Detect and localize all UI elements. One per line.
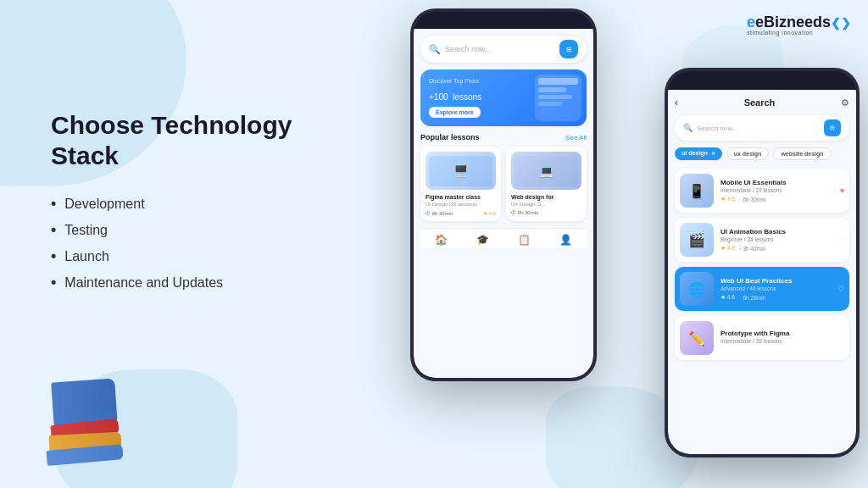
- course-list: 📱 Mobile UI Essentials Intermediate / 28…: [675, 169, 849, 360]
- course-duration-2: · 3h 42min: [740, 246, 765, 252]
- tag-website-design: website design: [773, 147, 831, 160]
- course-subtitle-3: Advanced / 46 lessons: [721, 286, 831, 291]
- phone2-notch: [724, 71, 800, 90]
- course-item-1: 📱 Mobile UI Essentials Intermediate / 28…: [675, 169, 849, 213]
- page-title: Choose Technology Stack: [51, 110, 322, 171]
- filter-button: ⊞: [559, 40, 578, 58]
- course-rating-3: ★ 4.6: [721, 294, 735, 301]
- favorite-icon-3: ♡: [837, 285, 844, 293]
- phone2-search-bar: 🔍 Search now... ⊞: [675, 115, 849, 141]
- course-item-3: 🌐 Web UI Best Practices Advanced / 46 le…: [675, 267, 849, 311]
- phone1-search-bar: 🔍 Search now... ⊞: [420, 36, 587, 63]
- card-rating-1: ★ 4.9: [483, 210, 496, 216]
- course-thumb-1: 📱: [680, 174, 714, 208]
- course-card-2: 💻 Web design for UX Design (2... ⏱ 6h 30…: [506, 147, 587, 221]
- course-subtitle-4: Intermediate / 39 lessons: [721, 338, 844, 344]
- left-content: Choose Technology Stack Development Test…: [51, 110, 322, 300]
- nav-home-icon: 🏠: [435, 234, 448, 246]
- course-title-1: Mobile UI Essentials: [721, 179, 833, 186]
- search-icon: 🔍: [429, 44, 441, 55]
- phone2-search-placeholder: Search now...: [697, 125, 824, 132]
- course-cards: 🖥️ Figma master class UI Design (26 less…: [420, 147, 587, 221]
- section-title: Popular lessons: [420, 133, 480, 141]
- hero-count-label: lessons: [453, 92, 481, 102]
- card-title-2: Web design for: [511, 194, 581, 200]
- popular-lessons-header: Popular lessons See All: [420, 133, 587, 141]
- card-sub-1: UI Design (26 lessons): [426, 202, 496, 207]
- course-item-4: ✏️ Prototype with Figma Intermediate / 3…: [675, 316, 849, 360]
- course-title-3: Web UI Best Practices: [721, 277, 831, 285]
- course-info-1: Mobile UI Essentials Intermediate / 28 l…: [721, 179, 833, 202]
- list-item-development: Development: [51, 195, 322, 213]
- favorite-icon-1: ♥: [840, 186, 844, 195]
- list-item-label: Development: [64, 197, 144, 212]
- phone-mockup-2: ‹ Search ⚙ 🔍 Search now... ⊞ ui design ✕…: [665, 68, 860, 458]
- list-item-label: Maintenance and Updates: [64, 275, 223, 291]
- course-title-4: Prototype with Figma: [721, 330, 844, 337]
- course-item-2: 🎬 UI Animation Basics Beginner / 24 less…: [675, 218, 849, 262]
- search-icon: 🔍: [683, 124, 693, 132]
- list-item-maintenance: Maintenance and Updates: [51, 274, 322, 291]
- phone1-hero-banner: Discover Top Picks +100 lessons Explore …: [420, 69, 587, 126]
- course-title-2: UI Animation Basics: [721, 228, 831, 236]
- course-thumb-4: ✏️: [680, 321, 714, 355]
- list-item-testing: Testing: [51, 221, 322, 239]
- nav-courses-icon: 🎓: [476, 234, 489, 246]
- course-duration-3: · 6h 28min: [740, 295, 765, 301]
- phone1-search-placeholder: Search now...: [445, 45, 559, 53]
- phone1-screen: 🔍 Search now... ⊞ Discover Top Picks +10…: [414, 29, 593, 378]
- search-tags: ui design ✕ ux design website design: [675, 147, 849, 160]
- tag-ui-design: ui design ✕: [675, 147, 722, 160]
- course-info-3: Web UI Best Practices Advanced / 46 less…: [721, 277, 831, 301]
- card-sub-2: UX Design (2...: [511, 202, 581, 207]
- phones-area: 🔍 Search now... ⊞ Discover Top Picks +10…: [376, 0, 868, 488]
- card-time-1: ⏱ 6h 30min: [426, 211, 453, 216]
- back-button: ‹: [675, 97, 678, 108]
- course-rating-1: ★ 4.9: [721, 196, 735, 202]
- phone1-notch: [470, 12, 537, 29]
- card-thumbnail-1: 🖥️: [426, 152, 496, 190]
- phone-mockup-1: 🔍 Search now... ⊞ Discover Top Picks +10…: [410, 8, 597, 381]
- see-all-link: See All: [565, 134, 587, 141]
- list-item-label: Testing: [64, 223, 108, 238]
- course-info-4: Prototype with Figma Intermediate / 39 l…: [721, 330, 844, 347]
- nav-profile-icon: 👤: [559, 234, 572, 246]
- list-item-launch: Launch: [51, 247, 322, 265]
- phone2-title: Search: [744, 97, 776, 108]
- course-card-1: 🖥️ Figma master class UI Design (26 less…: [420, 147, 501, 221]
- list-item-label: Launch: [64, 249, 109, 264]
- course-info-2: UI Animation Basics Beginner / 24 lesson…: [721, 228, 831, 252]
- tag-ux-design: ux design: [726, 147, 770, 160]
- books-illustration: [34, 361, 161, 471]
- nav-saved-icon: 📋: [518, 234, 531, 246]
- course-duration-1: · 6h 30min: [740, 197, 765, 202]
- phone2-screen: ‹ Search ⚙ 🔍 Search now... ⊞ ui design ✕…: [668, 90, 856, 454]
- course-thumb-3: 🌐: [680, 272, 714, 306]
- favorite-icon-2: ♡: [837, 236, 844, 244]
- tag-remove-icon: ✕: [711, 151, 715, 156]
- card-time-2: ⏱ 6h 30min: [511, 210, 538, 215]
- course-rating-2: ★ 4.8: [721, 245, 735, 252]
- course-thumb-2: 🎬: [680, 223, 714, 257]
- course-subtitle-1: Intermediate / 28 lessons: [721, 187, 833, 193]
- bottom-navigation: 🏠 🎓 📋 👤: [420, 228, 587, 247]
- phone2-filter-button: ⊞: [824, 119, 841, 136]
- card-title-1: Figma master class: [426, 194, 496, 200]
- explore-more-button: Explore more: [429, 107, 481, 118]
- card-thumbnail-2: 💻: [511, 152, 581, 190]
- settings-icon: ⚙: [841, 97, 849, 108]
- phone2-header: ‹ Search ⚙: [675, 97, 849, 108]
- course-subtitle-2: Beginner / 24 lessons: [721, 236, 831, 242]
- bullet-list: Development Testing Launch Maintenance a…: [51, 195, 322, 291]
